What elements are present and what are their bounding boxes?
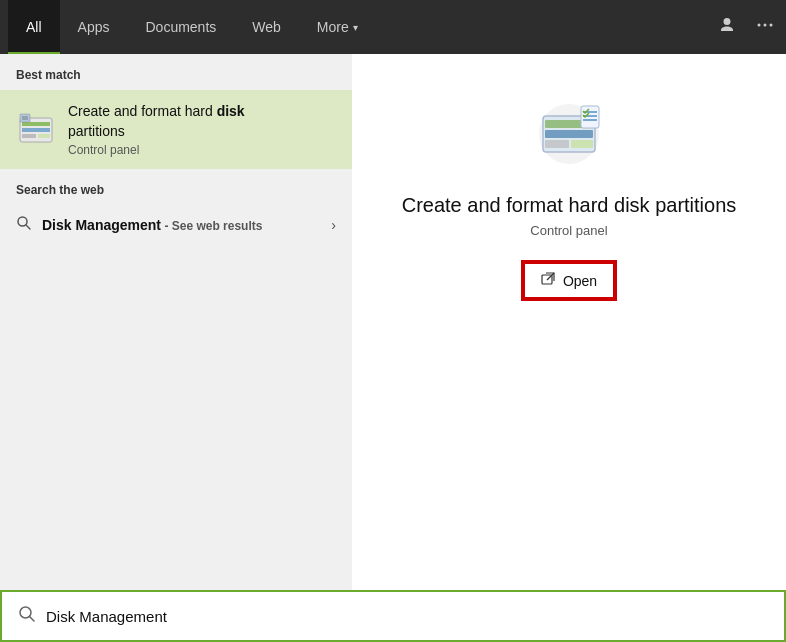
svg-line-24 (547, 273, 554, 280)
svg-line-12 (26, 225, 30, 229)
detail-app-icon (529, 94, 609, 174)
top-nav: All Apps Documents Web More ▾ (0, 0, 786, 54)
svg-rect-17 (545, 140, 569, 148)
tab-web[interactable]: Web (234, 0, 299, 54)
web-search-item[interactable]: Disk Management - See web results › (0, 205, 352, 245)
best-match-subtitle: Control panel (68, 143, 336, 157)
detail-title: Create and format hard disk partitions (402, 194, 737, 217)
ellipsis-icon[interactable] (752, 12, 778, 42)
svg-rect-6 (22, 134, 36, 138)
best-match-text: Create and format hard diskpartitions Co… (68, 102, 336, 157)
open-label: Open (563, 273, 597, 289)
svg-point-1 (764, 24, 767, 27)
left-panel: Best match Create and format hard (0, 54, 352, 590)
svg-line-26 (30, 617, 35, 622)
search-icon (18, 605, 36, 627)
svg-rect-18 (571, 140, 593, 148)
tab-all[interactable]: All (8, 0, 60, 54)
chevron-down-icon: ▾ (353, 22, 358, 33)
person-icon[interactable] (714, 12, 740, 42)
search-web-label: Search the web (0, 169, 352, 205)
tab-documents[interactable]: Documents (127, 0, 234, 54)
tab-apps[interactable]: Apps (60, 0, 128, 54)
nav-icons (714, 12, 778, 42)
svg-point-2 (770, 24, 773, 27)
best-match-label: Best match (0, 54, 352, 90)
best-match-title: Create and format hard diskpartitions (68, 102, 336, 141)
disk-management-icon (16, 110, 56, 150)
search-bar (0, 590, 786, 642)
best-match-item[interactable]: Create and format hard diskpartitions Co… (0, 90, 352, 169)
tab-more[interactable]: More ▾ (299, 0, 376, 54)
svg-point-0 (758, 24, 761, 27)
svg-rect-19 (581, 106, 599, 128)
svg-rect-16 (545, 130, 593, 138)
chevron-right-icon: › (331, 217, 336, 233)
svg-rect-5 (22, 128, 50, 132)
detail-subtitle: Control panel (530, 223, 607, 238)
web-search-text: Disk Management - See web results (42, 217, 321, 233)
left-filler (0, 245, 352, 590)
right-panel: Create and format hard disk partitions C… (352, 54, 786, 590)
open-icon (541, 272, 555, 289)
main-content: Best match Create and format hard (0, 54, 786, 590)
search-input[interactable] (46, 608, 768, 625)
svg-rect-8 (20, 114, 30, 122)
search-web-icon (16, 215, 32, 235)
svg-rect-7 (38, 134, 50, 138)
open-button[interactable]: Open (523, 262, 615, 299)
svg-rect-4 (22, 122, 50, 126)
